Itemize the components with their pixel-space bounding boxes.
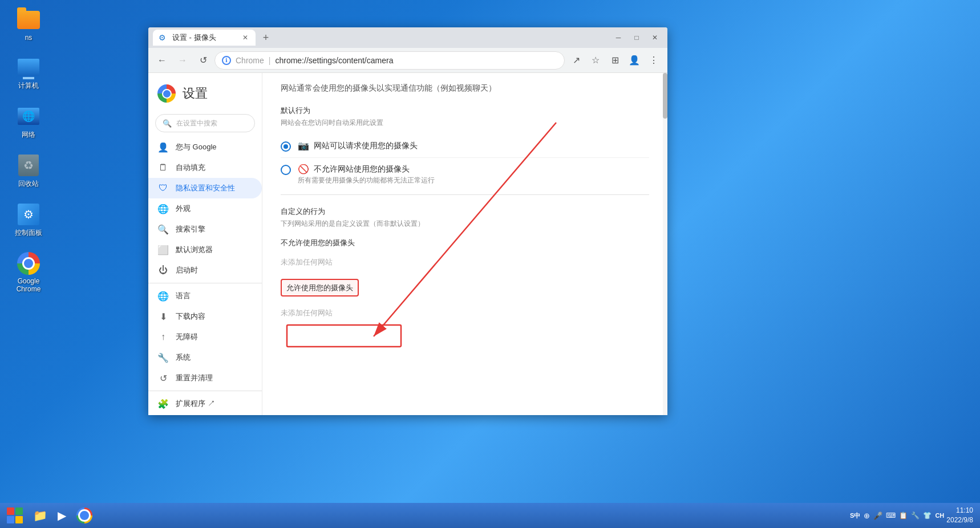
start-button[interactable]	[2, 504, 27, 527]
deny-option-label: 不允许网站使用您的摄像头	[314, 164, 410, 174]
address-brand: Chrome	[236, 56, 264, 65]
allow-radio-label: 📷 网站可以请求使用您的摄像头	[298, 140, 418, 151]
sidebar-item-extensions[interactable]: 🧩 扩展程序 ↗	[148, 393, 262, 414]
desktop-icon-computer[interactable]: 计算机	[6, 53, 51, 94]
taskbar-media-button[interactable]: ▶	[53, 505, 71, 526]
autofill-icon: 🗒	[157, 162, 169, 173]
taskbar: 📁 ▶ S中 ⊕ 🎤 ⌨ 📋 🔧 👕 CH 11:10 2022/9/8	[0, 503, 980, 528]
allow-section-highlight: 允许使用您的摄像头	[281, 279, 359, 297]
desktop-icon-folder[interactable]: ns	[6, 6, 51, 44]
settings-scrollbar-thumb	[663, 73, 667, 119]
language-icon: 🌐	[157, 290, 169, 302]
tab-toggle-button[interactable]: ⊞	[606, 51, 624, 70]
recycle-label: 回收站	[18, 179, 39, 189]
nav-actions: ↗ ☆ ⊞ 👤 ⋮	[567, 51, 663, 70]
privacy-icon: 🛡	[157, 182, 169, 194]
taskbar-time: 11:10 2022/9/8	[946, 506, 973, 525]
sidebar-item-appearance[interactable]: 🌐 外观	[148, 198, 262, 219]
content-area: 设置 🔍 在设置中搜索 👤 您与 Google 🗒 自动填充 🛡 隐私设置和安全…	[148, 73, 667, 415]
deny-radio-main: 🚫 不允许网站使用您的摄像头	[298, 164, 435, 174]
share-button[interactable]: ↗	[567, 51, 585, 70]
sidebar-item-accessibility[interactable]: ↑ 无障碍	[148, 327, 262, 347]
new-tab-button[interactable]: +	[258, 30, 274, 46]
desktop-icon-control[interactable]: ⚙ 控制面板	[6, 200, 51, 241]
camera-deny-icon: 🚫	[298, 164, 309, 174]
sidebar-item-privacy[interactable]: 🛡 隐私设置和安全性	[148, 178, 262, 198]
deny-radio-option[interactable]: 🚫 不允许网站使用您的摄像头 所有需要使用摄像头的功能都将无法正常运行	[281, 158, 649, 195]
system-icon: 🔧	[157, 352, 169, 363]
allow-radio-button[interactable]	[281, 141, 291, 152]
accessibility-icon: ↑	[157, 331, 169, 343]
network-label: 网络	[22, 130, 35, 140]
desktop-icon-recycle[interactable]: ♻ 回收站	[6, 151, 51, 192]
no-allow-empty: 未添加任何网站	[281, 250, 649, 274]
sidebar-header: 设置	[148, 78, 262, 109]
sidebar-item-reset[interactable]: ↺ 重置并清理	[148, 368, 262, 388]
chrome-logo-icon	[157, 84, 176, 103]
desktop: ns 计算机 🌐 网络 ♻ 回收站 ⚙ 控制面板	[0, 0, 980, 528]
allow-radio-option[interactable]: 📷 网站可以请求使用您的摄像头	[281, 135, 649, 158]
appearance-icon: 🌐	[157, 203, 169, 214]
sidebar-item-system[interactable]: 🔧 系统	[148, 347, 262, 368]
network-tray-icon: ⊕	[864, 511, 870, 520]
taskbar-explorer-button[interactable]: 📁	[29, 505, 52, 526]
desktop-icon-network[interactable]: 🌐 网络	[6, 102, 51, 143]
sidebar-item-download[interactable]: ⬇ 下载内容	[148, 306, 262, 327]
title-bar: ⚙ 设置 - 摄像头 ✕ + ─ □ ✕	[148, 27, 667, 48]
extensions-icon: 🧩	[157, 398, 169, 409]
address-bar[interactable]: ℹ Chrome | chrome://settings/content/cam…	[214, 51, 565, 70]
search-placeholder: 在设置中搜索	[176, 119, 217, 128]
window-controls: ─ □ ✕	[610, 32, 663, 43]
sidebar-item-search[interactable]: 🔍 搜索引擎	[148, 219, 262, 239]
maximize-button[interactable]: □	[629, 32, 645, 43]
sidebar-item-you-google[interactable]: 👤 您与 Google	[148, 137, 262, 157]
startup-icon: ⏻	[157, 265, 169, 276]
sidebar-search[interactable]: 🔍 在设置中搜索	[155, 114, 255, 132]
reset-icon: ↺	[157, 372, 169, 384]
sidebar-item-about[interactable]: ℹ 关于 Chrome	[148, 414, 262, 415]
shirt-icon: 👕	[923, 511, 932, 519]
refresh-button[interactable]: ↺	[194, 51, 212, 70]
sidebar-label-appearance: 外观	[176, 204, 191, 214]
settings-content: 网站通常会使用您的摄像头以实现通信功能（例如视频聊天） 默认行为 网站会在您访问…	[262, 73, 667, 334]
sidebar-label-language: 语言	[176, 291, 191, 301]
mic-icon: 🎤	[873, 511, 882, 520]
sougou-icon: S中	[850, 511, 860, 520]
sidebar-divider-2	[148, 391, 262, 391]
sidebar-item-language[interactable]: 🌐 语言	[148, 286, 262, 306]
address-separator: |	[269, 56, 271, 65]
sidebar-label-startup: 启动时	[176, 265, 198, 275]
tab-label: 设置 - 摄像头	[172, 33, 216, 43]
back-button[interactable]: ←	[153, 51, 171, 70]
camera-allow-icon: 📷	[298, 140, 309, 151]
desktop-icons: ns 计算机 🌐 网络 ♻ 回收站 ⚙ 控制面板	[6, 6, 51, 296]
settings-main: 网站通常会使用您的摄像头以实现通信功能（例如视频聊天） 默认行为 网站会在您访问…	[262, 73, 667, 415]
sidebar-label-autofill: 自动填充	[176, 163, 205, 173]
bookmark-button[interactable]: ☆	[586, 51, 605, 70]
windows-logo	[7, 507, 23, 523]
forward-button[interactable]: →	[173, 51, 192, 70]
deny-radio-button[interactable]	[281, 165, 291, 175]
sidebar-label-reset: 重置并清理	[176, 373, 213, 383]
browser-icon: ⬜	[157, 244, 169, 255]
keyboard-icon: ⌨	[886, 511, 896, 519]
browser-tab[interactable]: ⚙ 设置 - 摄像头 ✕	[153, 30, 256, 46]
taskbar-chrome-button[interactable]	[72, 505, 97, 526]
taskbar-chrome-icon	[76, 507, 92, 523]
custom-behavior-desc: 下列网站采用的是自定义设置（而非默认设置）	[281, 219, 649, 229]
sidebar-item-autofill[interactable]: 🗒 自动填充	[148, 157, 262, 178]
close-button[interactable]: ✕	[647, 32, 663, 43]
menu-button[interactable]: ⋮	[645, 51, 663, 70]
sidebar-label-accessibility: 无障碍	[176, 332, 198, 342]
sidebar-item-browser[interactable]: ⬜ 默认浏览器	[148, 239, 262, 260]
profile-button[interactable]: 👤	[625, 51, 643, 70]
minimize-button[interactable]: ─	[610, 32, 626, 43]
explorer-icon: 📁	[33, 509, 47, 522]
address-url: chrome://settings/content/camera	[275, 56, 393, 65]
settings-scrollbar[interactable]	[663, 73, 667, 415]
sidebar-item-startup[interactable]: ⏻ 启动时	[148, 260, 262, 281]
tab-close-button[interactable]: ✕	[241, 33, 250, 42]
sidebar-label-download: 下载内容	[176, 311, 205, 322]
sidebar-label-you-google: 您与 Google	[176, 142, 217, 152]
desktop-icon-chrome[interactable]: Google Chrome	[6, 249, 51, 296]
